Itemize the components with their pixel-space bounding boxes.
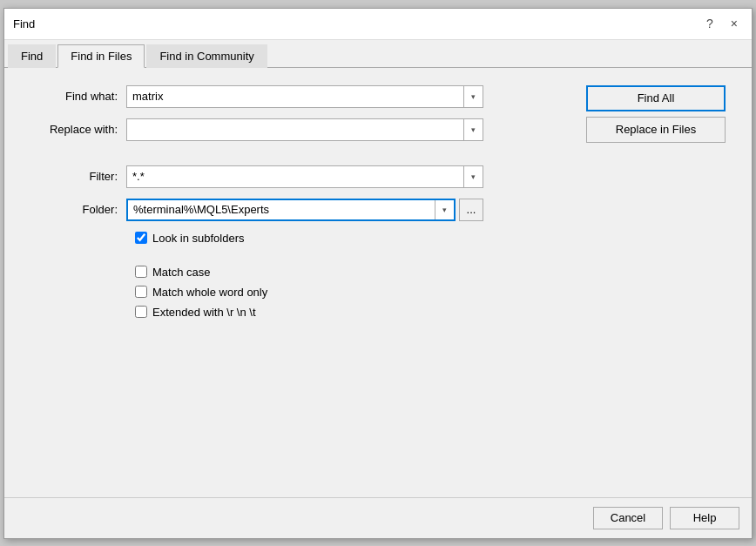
help-button[interactable]: Help [670,507,739,529]
look-in-subfolders-row: Look in subfolders [135,232,726,245]
title-bar: Find ? × [4,9,752,40]
match-case-label[interactable]: Match case [152,266,210,279]
filter-dropdown-arrow[interactable]: ▾ [463,166,483,187]
chevron-down-icon: ▾ [471,92,476,101]
chevron-down-icon-3: ▾ [471,172,476,181]
filter-row: Filter: ▾ [30,165,726,188]
match-case-row: Match case [135,266,726,279]
replace-in-files-button[interactable]: Replace in Files [586,117,726,143]
title-bar-controls: ? × [701,16,743,31]
replace-with-row: Replace with: ▾ [30,118,569,141]
tab-find-in-files[interactable]: Find in Files [57,44,145,68]
folder-combo: ▾ ... [126,199,483,221]
tab-find[interactable]: Find [8,44,56,68]
look-in-subfolders-label[interactable]: Look in subfolders [152,232,245,245]
chevron-down-icon-4: ▾ [442,206,447,214]
find-dialog: Find ? × Find Find in Files Find in Comm… [3,8,753,539]
find-all-button[interactable]: Find All [586,85,726,111]
extended-label[interactable]: Extended with \r \n \t [152,306,256,319]
tab-bar: Find Find in Files Find in Community [4,40,752,68]
chevron-down-icon-2: ▾ [471,125,476,134]
filter-input[interactable] [127,166,463,187]
extended-checkbox[interactable] [135,306,147,318]
match-whole-word-label[interactable]: Match whole word only [152,286,267,299]
folder-row: Folder: ▾ ... [30,199,726,221]
form-content: Find what: ▾ Replace with: ▾ [4,68,752,497]
find-what-input[interactable] [127,86,463,107]
folder-label: Folder: [30,203,126,216]
footer: Cancel Help [4,497,752,538]
find-what-row: Find what: ▾ [30,85,569,108]
close-title-button[interactable]: × [726,16,743,31]
dialog-title: Find [13,17,35,30]
replace-with-dropdown-arrow[interactable]: ▾ [463,119,483,140]
match-whole-word-row: Match whole word only [135,286,726,299]
filter-combo: ▾ [126,165,483,188]
cancel-button[interactable]: Cancel [593,507,663,529]
find-what-combo: ▾ [126,85,483,108]
browse-button[interactable]: ... [459,199,483,221]
find-what-dropdown-arrow[interactable]: ▾ [463,86,483,107]
folder-input[interactable] [128,200,435,219]
match-case-checkbox[interactable] [135,266,147,278]
replace-with-label: Replace with: [30,123,126,136]
help-title-button[interactable]: ? [701,16,719,31]
folder-dropdown-arrow[interactable]: ▾ [435,200,454,219]
look-in-subfolders-checkbox[interactable] [135,232,147,244]
folder-input-wrap: ▾ [126,199,456,221]
replace-with-input[interactable] [127,119,463,140]
extended-row: Extended with \r \n \t [135,306,726,319]
action-buttons: Find All Replace in Files [586,85,726,143]
match-whole-word-checkbox[interactable] [135,286,147,298]
replace-with-combo: ▾ [126,118,483,141]
find-what-label: Find what: [30,90,126,103]
filter-label: Filter: [30,170,126,183]
tab-find-in-community[interactable]: Find in Community [146,44,267,68]
